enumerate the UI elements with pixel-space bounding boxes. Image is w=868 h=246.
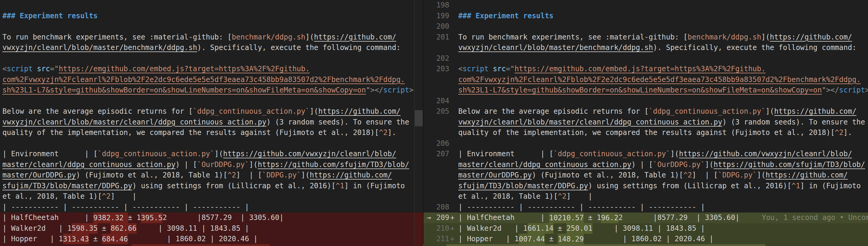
gutter-spacer <box>449 0 458 11</box>
code-line[interactable]: ### Experiment results <box>0 11 414 22</box>
line-number[interactable] <box>434 74 449 85</box>
code-token: " <box>510 65 514 73</box>
code-line[interactable]: 204 <box>424 96 868 107</box>
code-token: et al., 2018, Table 1)[ <box>2 192 102 201</box>
code-token: ). Specifically, execute the following c… <box>653 43 856 52</box>
code-line[interactable]: vwxyzjn/cleanrl/blob/master/cleanrl/ddpg… <box>424 117 868 128</box>
line-number[interactable]: 205 <box>434 106 449 117</box>
code-line[interactable]: sfujim/TD3/blob/master/DDPG.py) using se… <box>0 181 414 191</box>
code-line[interactable]: vwxyzjn/cleanrl/blob/master/cleanrl/ddpg… <box>0 117 414 128</box>
scrollbar-thumb[interactable] <box>415 110 423 126</box>
code-line[interactable]: 206 <box>424 138 868 149</box>
diff-removed-overview-marker <box>414 212 423 246</box>
modified-editor[interactable]: 198199### Experiment results200201To run… <box>423 0 868 246</box>
code-line[interactable] <box>0 138 414 149</box>
gutter-spacer <box>449 149 458 160</box>
line-number[interactable]: 200 <box>434 21 449 32</box>
code-line-content: | Environment | [`ddpg_continuous_action… <box>458 149 868 160</box>
code-line-content: ### Experiment results <box>458 11 868 22</box>
line-number[interactable]: 201 <box>434 32 449 43</box>
code-line[interactable]: 205Below are the average episodic return… <box>424 106 868 117</box>
line-number[interactable] <box>434 128 449 138</box>
line-number[interactable]: 199 <box>434 11 449 22</box>
gutter-spacer <box>449 106 458 117</box>
code-token: src <box>37 65 50 73</box>
line-number[interactable] <box>434 181 449 191</box>
code-line[interactable]: | Environment | [`ddpg_continuous_action… <box>0 149 414 160</box>
gutter-spacer <box>449 42 458 53</box>
code-token: Below are the average episodic returns f… <box>2 107 193 115</box>
code-line[interactable]: et al., 2018, Table 1)[^2] | <box>0 191 414 202</box>
code-line[interactable]: | HalfCheetah | 9382.32 ± 1395.52 |8577.… <box>0 212 414 223</box>
code-token: https://github.com/ <box>314 33 396 41</box>
code-line[interactable]: sh%23L1-L7&style=github&showBorder=on&sh… <box>0 85 414 96</box>
line-number[interactable]: 203 <box>434 64 449 74</box>
code-line[interactable]: Below are the average episodic returns f… <box>0 106 414 117</box>
code-line[interactable] <box>0 21 414 32</box>
code-line[interactable] <box>0 53 414 64</box>
gutter-spacer <box>424 149 434 160</box>
code-line[interactable]: →209+| HalfCheetah | 10210.57 ± 196.22 |… <box>424 212 868 223</box>
line-number[interactable]: 211 <box>434 234 449 245</box>
code-line[interactable]: To run benchmark experiments, see :mater… <box>0 32 414 43</box>
code-line[interactable]: quality of the implementation, we compar… <box>0 128 414 138</box>
code-line[interactable]: 200 <box>424 21 868 32</box>
code-line[interactable]: vwxyzjn/cleanrl/blob/master/benchmark/dd… <box>424 42 868 53</box>
line-number[interactable]: 206 <box>434 138 449 149</box>
removed-text: 862.66 <box>111 223 136 234</box>
code-line[interactable]: 211+| Hopper | 1007.44 ± 148.29 | 1860.0… <box>424 234 868 245</box>
code-line[interactable]: quality of the implementation, we compar… <box>424 128 868 138</box>
line-number[interactable] <box>434 160 449 170</box>
code-token: `ddpg_continuous_action.py` <box>193 107 310 115</box>
gutter-spacer <box>449 191 458 202</box>
line-number[interactable] <box>434 191 449 202</box>
code-line[interactable] <box>0 96 414 107</box>
code-line[interactable]: <script src="https://emgithub.com/embed.… <box>0 64 414 74</box>
code-token: ^2 <box>102 192 111 201</box>
code-line[interactable]: 203<script src="https://emgithub.com/emb… <box>424 64 868 74</box>
code-line[interactable]: vwxyzjn/cleanrl/blob/master/benchmark/dd… <box>0 42 414 53</box>
code-line[interactable]: master/OurDDPG.py) (Fujimoto et al., 201… <box>424 170 868 181</box>
code-token: ^2 <box>227 171 236 179</box>
code-line[interactable]: | Hopper | 1313.43 ± 684.46 | 1860.02 | … <box>0 234 414 245</box>
line-number[interactable]: 209 <box>434 212 449 223</box>
code-line-content <box>0 138 414 149</box>
code-line[interactable]: master/cleanrl/ddpg_continuous_action.py… <box>424 160 868 170</box>
code-line[interactable]: | ----------- | ----------- | ----------… <box>0 202 414 213</box>
code-line[interactable]: 210+| Walker2d | 1661.14 ± 250.01 | 3098… <box>424 223 868 234</box>
line-number[interactable]: 207 <box>434 149 449 160</box>
code-line[interactable]: com%2Fvwxyzjn%2Fcleanrl%2Fblob%2F2e2dc9c… <box>424 74 868 85</box>
removed-text: 9382.32 <box>93 212 128 223</box>
code-token: ± 1 <box>128 213 141 222</box>
code-line[interactable]: 207| Environment | [`ddpg_continuous_act… <box>424 149 868 160</box>
code-line[interactable]: master/cleanrl/ddpg_continuous_action.py… <box>0 160 414 170</box>
code-line[interactable]: et al., 2018, Table 1)[^2] | <box>424 191 868 202</box>
code-token: quality of the implementation, we compar… <box>458 129 835 137</box>
line-number[interactable] <box>434 85 449 96</box>
code-token: ± <box>545 235 558 243</box>
code-line[interactable] <box>0 0 414 11</box>
code-token: vwxyzjn/cleanrl/blob/master/benchmark/dd… <box>458 43 653 52</box>
code-line[interactable]: com%2Fvwxyzjn%2Fcleanrl%2Fblob%2F2e2dc9c… <box>0 74 414 85</box>
line-number[interactable] <box>434 170 449 181</box>
removed-text: 313.43 <box>63 234 89 245</box>
code-line[interactable]: 201To run benchmark experiments, see :ma… <box>424 32 868 43</box>
code-token: `ddpg_continuous_action.py` <box>98 150 214 158</box>
code-line[interactable]: sfujim/TD3/blob/master/DDPG.py) using se… <box>424 181 868 191</box>
code-line[interactable]: 208| ----------- | ----------- | -------… <box>424 202 868 213</box>
line-number[interactable]: 208 <box>434 202 449 213</box>
line-number[interactable]: 198 <box>434 0 449 11</box>
line-number[interactable] <box>434 117 449 128</box>
code-line[interactable]: master/OurDDPG.py) (Fujimoto et al., 201… <box>0 170 414 181</box>
code-line[interactable]: 198 <box>424 0 868 11</box>
line-number[interactable] <box>434 42 449 53</box>
line-number[interactable]: 202 <box>434 53 449 64</box>
original-editor[interactable]: ### Experiment resultsTo run benchmark e… <box>0 0 414 246</box>
line-number[interactable]: 210 <box>434 223 449 234</box>
code-line[interactable]: | Walker2d | 1598.35 ± 862.66 | 3098.11 … <box>0 223 414 234</box>
code-line[interactable]: 199### Experiment results <box>424 11 868 22</box>
overview-ruler[interactable] <box>414 0 423 246</box>
code-line[interactable]: sh%23L1-L7&style=github&showBorder=on&sh… <box>424 85 868 96</box>
line-number[interactable]: 204 <box>434 96 449 107</box>
code-line[interactable]: 202 <box>424 53 868 64</box>
